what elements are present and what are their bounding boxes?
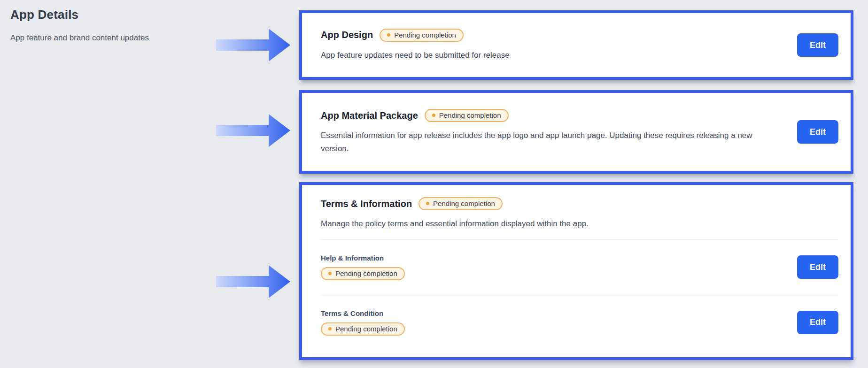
status-badge: Pending completion (321, 322, 405, 336)
card-description: Essential information for app release in… (321, 129, 772, 154)
edit-app-material-package-button[interactable]: Edit (797, 120, 838, 144)
card-description: App feature updates need to be submitted… (321, 49, 772, 61)
status-dot-icon (328, 272, 332, 275)
sub-row-help-information: Help & Information Pending completion Ed… (321, 240, 838, 294)
edit-help-information-button[interactable]: Edit (797, 255, 838, 279)
status-badge: Pending completion (418, 197, 503, 210)
sub-item-label: Terms & Condition (321, 309, 797, 317)
status-dot-icon (387, 33, 390, 37)
card-title: App Design (321, 30, 373, 40)
status-badge: Pending completion (321, 267, 405, 280)
status-badge-label: Pending completion (439, 111, 501, 119)
card-terms-information: Terms & Information Pending completion M… (299, 182, 853, 360)
status-badge: Pending completion (425, 109, 509, 122)
card-title: App Material Package (321, 110, 418, 121)
page-intro: App Details App feature and brand conten… (10, 8, 149, 43)
status-dot-icon (328, 327, 332, 330)
status-dot-icon (432, 114, 435, 117)
card-app-material-package: App Material Package Pending completion … (299, 90, 853, 174)
sub-item-label: Help & Information (321, 254, 797, 262)
card-app-design: App Design Pending completion App featur… (299, 10, 853, 80)
edit-app-design-button[interactable]: Edit (797, 33, 838, 57)
status-badge-label: Pending completion (335, 325, 397, 333)
status-dot-icon (426, 202, 429, 205)
page-title: App Details (10, 8, 149, 22)
arrow-right-icon (216, 263, 290, 300)
arrow-right-icon (216, 27, 290, 63)
status-badge: Pending completion (380, 29, 464, 42)
sub-row-terms-condition: Terms & Condition Pending completion Edi… (321, 295, 838, 350)
cards-column: App Design Pending completion App featur… (299, 10, 853, 360)
status-badge-label: Pending completion (394, 31, 456, 39)
arrow-right-icon (216, 112, 290, 149)
card-title: Terms & Information (321, 199, 412, 209)
edit-terms-condition-button[interactable]: Edit (797, 311, 838, 334)
status-badge-label: Pending completion (335, 269, 397, 277)
card-description: Manage the policy terms and essential in… (321, 217, 772, 230)
page-subtitle: App feature and brand content updates (10, 33, 149, 43)
status-badge-label: Pending completion (433, 199, 495, 207)
